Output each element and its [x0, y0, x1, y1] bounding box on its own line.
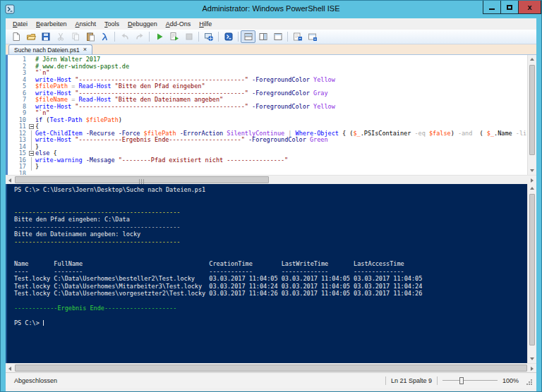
- console-vertical-scrollbar[interactable]: [527, 184, 536, 363]
- code-fold-collapse-icon[interactable]: [29, 150, 35, 157]
- zoom-slider-thumb[interactable]: [459, 377, 464, 384]
- menu-datei[interactable]: Datei: [8, 19, 32, 29]
- stop-icon: [184, 32, 194, 42]
- menu-debuggen[interactable]: Debuggen: [124, 19, 162, 29]
- minimize-button[interactable]: [483, 1, 501, 14]
- new-remote-powershell-tab-button[interactable]: [201, 30, 216, 43]
- scroll-down-icon[interactable]: [530, 169, 534, 172]
- zoom-slider-track: [442, 380, 498, 381]
- toolbar-separator: [198, 32, 199, 42]
- new-remote-powershell-tab-icon: [204, 32, 214, 42]
- show-command-window-button[interactable]: [305, 30, 320, 43]
- code-line-14[interactable]: 14}: [8, 144, 536, 151]
- console-line: Name FullName CreationTime LastWriteTime…: [14, 260, 536, 268]
- code-fold-collapse-icon[interactable]: [29, 123, 35, 130]
- scroll-right-icon[interactable]: [531, 367, 534, 371]
- scroll-up-icon[interactable]: [530, 187, 534, 190]
- tab-suche-nach-dateien[interactable]: Suche nach Dateien.ps1 ×: [8, 44, 92, 54]
- console-line: ----------------------------------------…: [14, 223, 536, 231]
- fold-margin: [29, 70, 35, 77]
- zoom-slider[interactable]: [442, 376, 498, 385]
- scroll-left-icon[interactable]: [8, 178, 11, 183]
- undo-icon: [120, 32, 130, 42]
- code-line-16[interactable]: 16write-warning -Message "--------Pfad e…: [8, 157, 536, 164]
- show-script-pane-top-icon: [243, 32, 253, 42]
- scroll-left-icon[interactable]: [8, 367, 11, 371]
- title-bar[interactable]: Administrator: Windows PowerShell ISE x: [1, 1, 541, 18]
- toolbar-separator: [114, 32, 115, 42]
- show-command-addon-icon: [293, 32, 303, 42]
- fold-margin: [29, 56, 35, 63]
- cut-button: [53, 30, 68, 43]
- console-horizontal-scrollbar[interactable]: [6, 363, 536, 372]
- divider: [385, 376, 386, 385]
- window-title: Administrator: Windows PowerShell ISE: [1, 4, 541, 13]
- scroll-down-icon[interactable]: [530, 357, 534, 360]
- editor-vscroll-thumb[interactable]: [529, 65, 535, 155]
- code-line-2[interactable]: 2# www.der-windows-papst.de: [8, 63, 536, 71]
- show-script-pane-maximized-button[interactable]: [270, 30, 285, 43]
- code-text: write-Host "----------------------------…: [35, 104, 335, 111]
- fold-margin: [29, 164, 35, 171]
- menu-tools[interactable]: Tools: [100, 19, 124, 29]
- start-powershell-button[interactable]: [221, 30, 236, 43]
- console-hscroll-thumb[interactable]: [15, 365, 527, 372]
- show-command-window-icon: [308, 32, 318, 42]
- console-line: ----------------------------------------…: [14, 209, 536, 216]
- menu-hilfe[interactable]: Hilfe: [195, 19, 216, 29]
- code-line-13[interactable]: 13write-Host "------------Ergebnis Ende-…: [8, 137, 536, 144]
- run-selection-button[interactable]: [167, 30, 181, 43]
- console-vscroll-thumb[interactable]: [529, 194, 535, 345]
- window-controls: x: [483, 1, 541, 14]
- window-content: DateiBearbeitenAnsichtToolsDebuggenAdd-O…: [6, 18, 536, 391]
- console-line: [14, 201, 536, 209]
- console-line: [14, 253, 536, 261]
- console-line: PS C:\> C:\Users\Joern\Desktop\Suche nac…: [14, 186, 536, 194]
- editor-vertical-scrollbar[interactable]: [527, 55, 536, 175]
- show-command-addon-button[interactable]: [290, 30, 305, 43]
- redo-icon: [135, 32, 145, 42]
- console-line: ----------------------------------------…: [14, 238, 536, 246]
- copy-icon: [71, 32, 80, 42]
- console-pane[interactable]: PS C:\> C:\Users\Joern\Desktop\Suche nac…: [6, 184, 536, 363]
- menu-add-ons[interactable]: Add-Ons: [162, 19, 195, 29]
- editor-hscroll-thumb[interactable]: [15, 176, 269, 183]
- code-line-10[interactable]: 10if (Test-Path $filePath): [8, 117, 536, 124]
- fold-margin: [29, 137, 35, 144]
- console-line: [14, 298, 536, 305]
- fold-margin: [29, 110, 35, 117]
- fold-margin: [29, 144, 35, 151]
- start-powershell-icon: [224, 32, 234, 42]
- clear-console-button[interactable]: [97, 30, 112, 43]
- console-line: Bitte den Pfad eingeben: C:\Data: [14, 216, 536, 223]
- menu-bearbeiten[interactable]: Bearbeiten: [32, 19, 71, 29]
- show-script-pane-top-button[interactable]: [241, 30, 255, 43]
- scroll-up-icon[interactable]: [530, 58, 534, 61]
- paste-button[interactable]: [83, 30, 97, 43]
- editor-horizontal-scrollbar[interactable]: [6, 175, 536, 184]
- resize-grip[interactable]: [526, 379, 532, 385]
- code-line-8[interactable]: 8write-Host "---------------------------…: [8, 104, 536, 111]
- console-line: ---- -------- ------------ -------------…: [14, 268, 536, 276]
- maximize-button[interactable]: [500, 1, 519, 14]
- toolbar-separator: [238, 32, 239, 42]
- new-file-button[interactable]: [8, 30, 23, 43]
- close-icon: x: [527, 4, 531, 11]
- scroll-right-icon[interactable]: [531, 178, 534, 183]
- status-text: Abgeschlossen: [14, 377, 57, 384]
- close-button[interactable]: x: [518, 1, 541, 14]
- code-line-17[interactable]: 17}: [8, 164, 536, 171]
- save-button[interactable]: [38, 30, 53, 43]
- copy-button: [68, 30, 83, 43]
- status-bar: Abgeschlossen Ln 21 Spalte 9 100%: [6, 372, 536, 388]
- code-text: }: [35, 164, 39, 171]
- show-script-pane-right-button[interactable]: [255, 30, 270, 43]
- menu-ansicht[interactable]: Ansicht: [71, 19, 101, 29]
- tab-close-icon[interactable]: ×: [83, 47, 87, 53]
- console-line: [14, 194, 536, 202]
- status-bar-right: Ln 21 Spalte 9 100%: [385, 376, 532, 385]
- script-editor-pane[interactable]: 1# Jörn Walter 20172# www.der-windows-pa…: [6, 55, 536, 175]
- console-line: [14, 245, 536, 253]
- run-script-button[interactable]: [152, 30, 167, 43]
- open-button[interactable]: [23, 30, 38, 43]
